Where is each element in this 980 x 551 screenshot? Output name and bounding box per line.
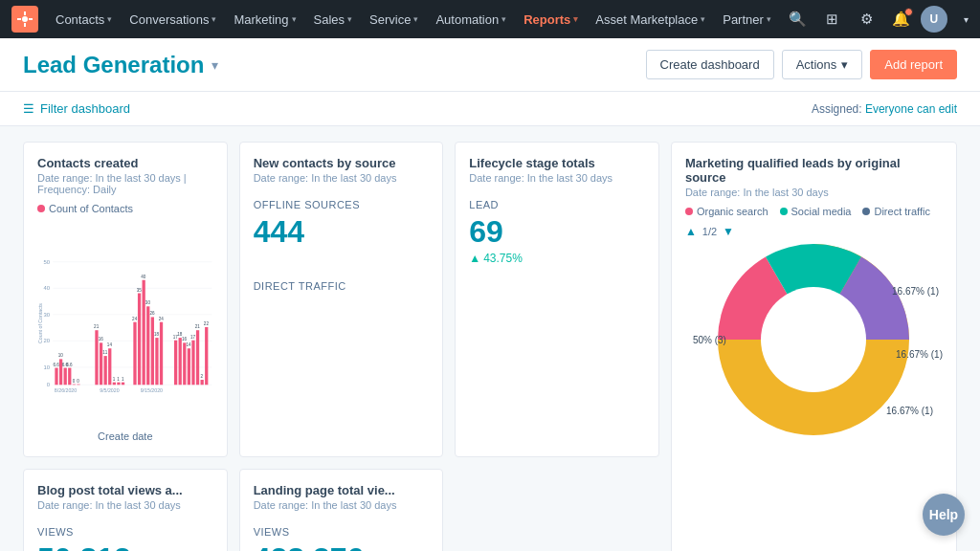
organic-dot — [685, 208, 693, 215]
up-arrow-icon: ▲ — [469, 252, 480, 265]
svg-rect-53 — [155, 338, 158, 385]
svg-text:14: 14 — [187, 342, 192, 347]
top-navigation: Contacts▾ Conversations▾ Marketing▾ Sale… — [0, 0, 980, 38]
contacts-created-title: Contacts created — [37, 156, 213, 170]
everyone-can-edit-link[interactable]: Everyone can edit — [865, 102, 957, 116]
offline-value: 444 — [254, 214, 430, 250]
svg-point-77 — [761, 287, 866, 392]
svg-text:40: 40 — [44, 285, 51, 291]
svg-text:0: 0 — [73, 379, 76, 384]
svg-text:1: 1 — [122, 377, 124, 382]
svg-rect-63 — [188, 348, 190, 385]
filter-icon: ☰ — [23, 101, 34, 116]
svg-rect-37 — [113, 383, 116, 386]
svg-text:9/5/2020: 9/5/2020 — [100, 387, 119, 393]
nav-asset-marketplace[interactable]: Asset Marketplace▾ — [588, 9, 713, 31]
svg-rect-61 — [183, 342, 186, 385]
nav-conversations[interactable]: Conversations▾ — [122, 9, 224, 31]
landing-views-subtitle: Date range: In the last 30 days — [254, 499, 430, 511]
svg-rect-41 — [122, 383, 124, 386]
user-avatar[interactable]: U — [921, 6, 947, 33]
svg-text:24: 24 — [132, 317, 138, 321]
add-report-button[interactable]: Add report — [870, 50, 957, 79]
pie-label-top: 16.67% (1) — [892, 286, 939, 297]
svg-text:24: 24 — [159, 317, 165, 321]
header-actions: Create dashboard Actions ▾ Add report — [646, 50, 957, 79]
settings-icon[interactable]: ⚙ — [852, 4, 882, 34]
account-dropdown-icon[interactable]: ▾ — [951, 4, 980, 34]
svg-text:30: 30 — [44, 312, 51, 318]
mql-card: Marketing qualified leads by original so… — [671, 142, 957, 551]
blog-views-label: VIEWS — [37, 526, 213, 538]
lifecycle-change: ▲ 43.75% — [469, 252, 645, 265]
nav-partner[interactable]: Partner▾ — [715, 9, 779, 31]
title-dropdown-icon[interactable]: ▾ — [212, 57, 218, 73]
svg-text:9/15/2020: 9/15/2020 — [141, 387, 163, 393]
svg-rect-27 — [77, 385, 79, 386]
pie-label-50: 50% (3) — [693, 335, 726, 345]
svg-text:40: 40 — [141, 275, 146, 279]
svg-rect-51 — [151, 317, 154, 385]
next-icon[interactable]: ▼ — [723, 225, 734, 238]
svg-text:35: 35 — [137, 288, 143, 293]
hubspot-logo[interactable] — [11, 6, 38, 33]
blog-views-card: Blog post total views a... Date range: I… — [23, 469, 228, 551]
legend-label: Count of Contacts — [49, 203, 133, 214]
actions-caret-icon: ▾ — [841, 57, 848, 72]
svg-text:21: 21 — [94, 324, 100, 329]
blog-views-subtitle: Date range: In the last 30 days — [37, 499, 213, 511]
svg-rect-33 — [104, 356, 107, 385]
stage-value: 69 — [469, 214, 645, 250]
svg-text:30: 30 — [145, 300, 151, 305]
svg-point-0 — [22, 16, 28, 22]
svg-rect-35 — [108, 348, 111, 385]
blog-views-value: 50,812 — [37, 541, 213, 551]
x-axis-label: Create date — [37, 430, 213, 442]
nav-contacts[interactable]: Contacts▾ — [48, 9, 120, 31]
stage-label: LEAD — [469, 199, 645, 210]
svg-text:6.6: 6.6 — [66, 363, 73, 367]
nav-sales[interactable]: Sales▾ — [306, 9, 361, 31]
svg-rect-59 — [179, 338, 182, 385]
actions-button[interactable]: Actions ▾ — [782, 50, 863, 79]
svg-text:Count of Contacts: Count of Contacts — [37, 303, 43, 343]
nav-automation[interactable]: Automation▾ — [428, 9, 514, 31]
social-dot — [780, 208, 788, 215]
apps-icon[interactable]: ⊞ — [817, 4, 848, 34]
pie-legend: Organic search Social media Direct traff… — [685, 206, 943, 217]
new-contacts-card: New contacts by source Date range: In th… — [239, 142, 444, 457]
svg-text:14: 14 — [107, 342, 113, 347]
prev-icon[interactable]: ▲ — [685, 225, 697, 238]
search-icon[interactable]: 🔍 — [783, 4, 813, 34]
nav-reports[interactable]: Reports▾ — [516, 9, 586, 31]
svg-text:26: 26 — [149, 311, 155, 316]
contacts-created-legend: Count of Contacts — [37, 203, 213, 214]
lifecycle-title: Lifecycle stage totals — [469, 156, 645, 170]
landing-views-value: 428,376 — [254, 541, 430, 551]
pie-chart-area: 50% (3) 16.67% (1) 16.67% (1) 16.67% (1) — [685, 244, 943, 435]
nav-marketing[interactable]: Marketing▾ — [226, 9, 303, 31]
landing-views-title: Landing page total vie... — [254, 483, 430, 497]
svg-rect-69 — [201, 380, 204, 385]
new-contacts-title: New contacts by source — [254, 156, 430, 170]
svg-text:8/26/2020: 8/26/2020 — [55, 387, 77, 393]
filter-dashboard-button[interactable]: ☰ Filter dashboard — [23, 101, 130, 116]
notifications-icon[interactable]: 🔔 — [886, 4, 917, 34]
help-button[interactable]: Help — [923, 494, 965, 536]
create-dashboard-button[interactable]: Create dashboard — [646, 50, 774, 79]
blog-views-title: Blog post total views a... — [37, 483, 213, 497]
svg-text:0: 0 — [47, 382, 51, 387]
contacts-created-card: Contacts created Date range: In the last… — [23, 142, 228, 457]
contacts-created-subtitle: Date range: In the last 30 days | Freque… — [37, 172, 213, 195]
pie-label-bottom: 16.67% (1) — [886, 406, 933, 416]
svg-text:18: 18 — [177, 332, 183, 337]
nav-service[interactable]: Service▾ — [362, 9, 426, 31]
direct-label: DIRECT TRAFFIC — [254, 280, 430, 292]
svg-text:10: 10 — [44, 364, 51, 370]
svg-rect-43 — [133, 322, 136, 386]
svg-rect-17 — [55, 368, 57, 386]
dashboard-grid: Contacts created Date range: In the last… — [0, 126, 980, 551]
pagination-area: ▲ 1/2 ▼ — [685, 225, 943, 238]
lifecycle-card: Lifecycle stage totals Date range: In th… — [455, 142, 659, 457]
svg-text:2: 2 — [201, 374, 204, 379]
